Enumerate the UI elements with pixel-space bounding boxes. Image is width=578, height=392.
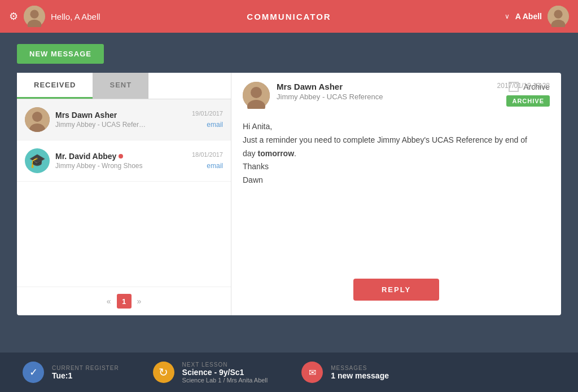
message-type-2: email [207,162,223,170]
prev-page-button[interactable]: « [107,297,111,306]
header-username[interactable]: A Abell [515,12,542,21]
next-lesson-icon: ↻ [153,362,174,383]
pagination: « 1 » [17,287,231,315]
svg-point-7 [32,112,42,122]
header-greeting: Hello, A Abell [51,12,100,21]
footer-item-next-lesson: ↻ NEXT LESSON Science - 9y/Sc1 Science L… [153,362,268,384]
message-info-1: Mrs Dawn Asher Jimmy Abbey - UCAS Refer… [55,111,186,129]
unread-indicator [119,154,123,158]
tab-received[interactable]: RECEIVED [17,73,93,99]
user-avatar-right [548,6,569,27]
next-page-button[interactable]: » [137,297,142,306]
next-lesson-value: Science - 9y/Sc1 [182,368,268,377]
new-message-button[interactable]: NEW MESSAGE [17,44,104,64]
body-bold: tomorrow [257,149,294,158]
list-item[interactable]: 🎓 Mr. David Abbey Jimmy Abbey - Wrong Sh… [17,140,231,182]
detail-top-right: 2017/01/19 13:28 ARCHIVE [497,82,550,107]
register-icon: ✓ [23,362,44,383]
body-line-3: day tomorrow. [243,147,550,161]
messages-label: MESSAGES [331,365,389,371]
body-line-1: Hi Anita, [243,120,550,134]
message-sender-1: Mrs Dawn Asher [55,111,186,120]
sender-avatar-2: 🎓 [25,148,50,173]
gear-icon[interactable]: ⚙ [9,10,18,23]
message-sender-2: Mr. David Abbey [55,152,186,161]
register-value: Tue:1 [52,371,119,380]
message-type-1: email [207,121,223,129]
detail-date: 2017/01/19 13:28 [497,82,550,90]
body-line-4: Thanks [243,160,550,174]
message-subject-2: Jimmy Abbey - Wrong Shoes [55,162,186,170]
message-date-1: 19/01/2017 [192,110,223,117]
left-panel: RECEIVED SENT Mrs Dawn Asher [17,73,231,315]
message-meta-2: 18/01/2017 email [192,151,223,170]
header-right: ∨ A Abell [505,6,569,27]
message-info-2: Mr. David Abbey Jimmy Abbey - Wrong Shoe… [55,152,186,170]
header-left: ⚙ Hello, A Abell [9,6,100,27]
message-list: Mrs Dawn Asher Jimmy Abbey - UCAS Refer…… [17,99,231,287]
message-date-2: 18/01/2017 [192,151,223,158]
next-lesson-text: NEXT LESSON Science - 9y/Sc1 Science Lab… [182,362,268,384]
list-item[interactable]: Mrs Dawn Asher Jimmy Abbey - UCAS Refer…… [17,99,231,140]
messages-value: 1 new message [331,371,389,380]
tabs: RECEIVED SENT [17,73,231,99]
detail-info: Mrs Dawn Asher Jimmy Abbey - UCAS Refere… [277,82,482,101]
sender-avatar-1 [25,107,50,132]
footer-item-register: ✓ CURRENT REGISTER Tue:1 [23,362,119,383]
main-content: NEW MESSAGE × RECEIVED SENT [0,33,578,353]
message-meta-1: 19/01/2017 email [192,110,223,129]
svg-point-1 [30,10,38,19]
header: ⚙ Hello, A Abell COMMUNICATOR ∨ A Abell [0,0,578,33]
archive-button[interactable]: ARCHIVE [506,95,550,107]
register-text: CURRENT REGISTER Tue:1 [52,365,119,380]
communicator-panel: RECEIVED SENT Mrs Dawn Asher [17,73,561,315]
register-label: CURRENT REGISTER [52,365,119,371]
detail-subject: Jimmy Abbey - UCAS Reference [277,93,482,101]
user-avatar-left [24,6,45,27]
svg-point-4 [554,10,562,19]
footer-item-messages: ✉ MESSAGES 1 new message [301,362,389,383]
footer: ✓ CURRENT REGISTER Tue:1 ↻ NEXT LESSON S… [0,353,578,392]
body-line-5: Dawn [243,174,550,187]
right-panel: Archive Mrs Dawn Asher Jimmy Abbey - UCA… [231,73,561,315]
reply-button[interactable]: REPLY [353,279,439,301]
next-lesson-label: NEXT LESSON [182,362,268,368]
body-line-2: Just a reminder you need to complete Jim… [243,134,550,147]
detail-sender: Mrs Dawn Asher [277,82,482,91]
detail-avatar [243,82,270,109]
message-subject-1: Jimmy Abbey - UCAS Refer… [55,121,186,129]
current-page: 1 [117,294,132,309]
svg-point-10 [251,87,262,98]
messages-icon: ✉ [301,362,323,383]
next-lesson-subvalue: Science Lab 1 / Mrs Anita Abell [182,377,268,384]
chevron-down-icon: ∨ [505,12,510,20]
app-title: COMMUNICATOR [247,12,331,21]
tab-sent[interactable]: SENT [93,73,148,99]
messages-text: MESSAGES 1 new message [331,365,389,380]
message-body: Hi Anita, Just a reminder you need to co… [243,118,550,279]
